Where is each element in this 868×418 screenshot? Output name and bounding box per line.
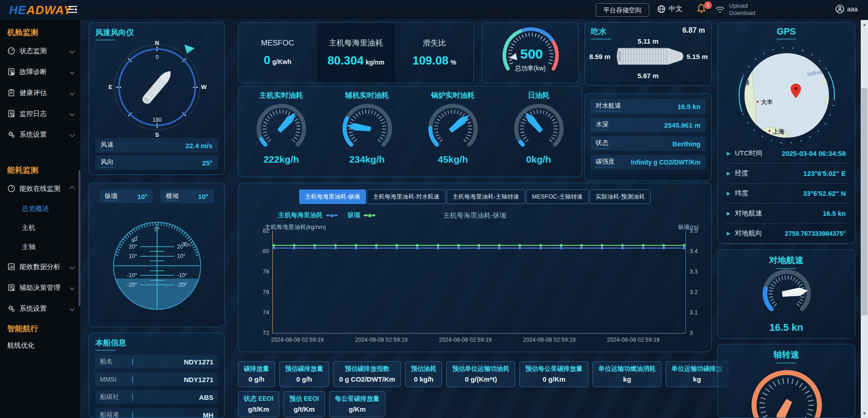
gear-icon: [7, 304, 15, 313]
chart-tab-3[interactable]: MESFOC-主轴转速: [526, 189, 589, 204]
chart-tab-4[interactable]: 实际油耗-预测油耗: [590, 189, 651, 204]
status-row: 状态Berthing: [590, 136, 706, 151]
compass-0-label: 0: [156, 54, 159, 60]
series-point: [518, 247, 521, 249]
sidebar-item-system-settings-2[interactable]: 系统设置: [0, 298, 80, 319]
map-place-label: 大丰: [761, 99, 773, 105]
sidebar-item-decision-support[interactable]: 辅助决策管理: [0, 277, 80, 298]
clipboard-icon: [7, 89, 15, 97]
sog-gauge-title: 对地航速: [769, 255, 804, 265]
triangle-bullet-icon: ▶: [727, 171, 730, 176]
upload-download[interactable]: UploadDownload: [715, 2, 755, 17]
y-tick-right: 3.5: [690, 227, 698, 234]
sidebar-item-route-optimization[interactable]: 航线优化: [0, 337, 80, 354]
series-point: [621, 244, 624, 247]
y-tick-left: 82: [254, 227, 269, 234]
series-point: [662, 247, 665, 249]
trim-scale-label: 20°: [177, 244, 185, 250]
chip-value: g/Km: [335, 405, 380, 413]
scroll-down-arrow[interactable]: ▼: [861, 410, 868, 417]
sidebar-item-label: 能效在线监测: [20, 184, 60, 193]
sidebar-subitem-main-engine[interactable]: 主机: [0, 218, 80, 237]
notification-bell[interactable]: 1: [697, 4, 706, 15]
sog-gauge-panel: 对地航速 16.5 kn: [717, 249, 855, 338]
series-point: [375, 244, 378, 247]
energy-gauge-icon: [7, 184, 15, 193]
trim-scale-label: -20°: [127, 282, 137, 288]
chip-value: 0 g/h: [244, 375, 269, 383]
draft-fore-value: 5.11 m: [585, 37, 711, 45]
chip-label: 预估单位运输功油耗: [452, 365, 509, 373]
gps-panel: GPS Yellow Sea 云港 大丰 上海 ▶ UTC时间2025-: [717, 22, 855, 244]
carbon-stat-chip: 状态 EEOIg/t/Km: [238, 391, 279, 417]
chip-label: 单位运输功碳排放: [671, 365, 722, 373]
map-place-label: 上海: [773, 128, 784, 135]
chip-label: 预估每公里碳排放量: [525, 365, 582, 373]
series-point: [498, 244, 501, 247]
scroll-up-arrow[interactable]: ▲: [861, 21, 868, 28]
shaft-gauge-dial: [746, 364, 828, 418]
page-scrollbar[interactable]: ▲ ▼: [861, 20, 868, 418]
mesfoc-stats-panel: MESFOC 0 g/Kwh 主机每海里油耗 80.304 kg/nm 滑失比 …: [238, 22, 474, 83]
series-point: [313, 247, 316, 249]
chart-tab-1[interactable]: 主机每海里油耗-对水航速: [367, 189, 445, 204]
sidebar-item-monitor-log[interactable]: 监控日志: [0, 103, 80, 124]
total-power-gauge-panel: 500 总功率(kw): [482, 22, 579, 83]
x-axis-line: [272, 333, 686, 333]
sidebar-item-energy-online-monitor[interactable]: 能效在线监测: [0, 178, 80, 199]
sidebar-scrollbar-thumb[interactable]: [79, 170, 80, 306]
platform-storage-button[interactable]: 平台存储空间: [596, 3, 649, 17]
y-axis-right-line: [686, 231, 686, 333]
series-point: [355, 247, 357, 249]
sidebar-subitem-overview[interactable]: 总览概述: [0, 199, 80, 218]
series-point: [478, 244, 480, 247]
sidebar-collapse-icon[interactable]: [68, 5, 78, 15]
draft-port-value: 8.59 m: [589, 53, 611, 60]
gauge-dial: [505, 100, 573, 157]
scrollbar-thumb[interactable]: [861, 88, 868, 315]
y-tick-right: 3: [690, 329, 693, 336]
speed-through-water-row: 对水航速16.5 kn: [590, 99, 706, 114]
series-point: [334, 247, 337, 249]
sidebar-item-energy-data-analysis[interactable]: 能效数据分析: [0, 256, 80, 277]
series-point: [457, 244, 460, 247]
y-tick-left: 78: [254, 268, 269, 275]
trim-scale-label: 10°: [129, 253, 137, 259]
chart-tab-2[interactable]: 主机每海里油耗-主轴转速: [447, 189, 525, 204]
chip-value: kg: [671, 375, 722, 383]
chart-tab-0[interactable]: 主机每海里油耗-纵顷: [299, 189, 366, 204]
gps-map[interactable]: Yellow Sea 云港 大丰 上海: [718, 40, 856, 144]
sidebar-item-fault-diagnosis[interactable]: 故障诊断: [0, 61, 80, 82]
series-point: [272, 247, 275, 249]
draft-panel: 吃水 6.87 m 5.11 m 8.59 m 5.15 m 5.67 m: [584, 22, 712, 86]
series-point: [293, 247, 296, 249]
trim-scale-label: 20°: [129, 244, 137, 250]
carbon-intensity-row: 碳强度Infinity g CO2/DWT/Km: [590, 155, 706, 169]
series-point: [395, 247, 398, 249]
total-power-label: 总功率(kw): [482, 65, 578, 73]
gps-panel-title: GPS: [718, 26, 855, 37]
language-switcher[interactable]: 中文: [657, 5, 682, 13]
sidebar-subitem-main-shaft[interactable]: 主轴: [0, 237, 80, 256]
chip-label: 预估碳排放指数: [339, 365, 395, 373]
sidebar-section-smart-navigation: 智能航行: [0, 319, 80, 337]
chip-value: 0 g/Km: [525, 375, 582, 383]
carbon-stats-area: 碳排放量0 g/h预估碳排放量0 g/h预估碳排放指数0 g CO2/DWT/K…: [238, 361, 715, 417]
me-fuel-per-nm-stat: 主机每海里油耗 80.304 kg/nm: [317, 23, 395, 83]
chip-label: 预估 EEOI: [289, 395, 319, 403]
boiler-fuel-gauge: 锅炉实时油耗 45kg/h: [410, 86, 496, 177]
sidebar-item-system-settings-1[interactable]: 系统设置: [0, 124, 80, 145]
triangle-bullet-icon: ▶: [727, 231, 730, 236]
sidebar-item-health-evaluation[interactable]: 健康评估: [0, 82, 80, 103]
y-tick-left: 80: [254, 248, 269, 254]
user-menu[interactable]: aaa: [835, 5, 858, 14]
carbon-stat-chip: 碳排放量0 g/h: [238, 361, 275, 387]
series-point: [580, 247, 583, 249]
shaft-speed-gauge-panel: 轴转速: [717, 344, 855, 418]
map-place-label: 云港: [738, 79, 750, 86]
log-search-icon: [7, 109, 15, 118]
sidebar-item-status-monitor[interactable]: 状态监测: [0, 40, 80, 61]
total-power-value: 500: [520, 46, 543, 62]
series-point: [437, 247, 439, 249]
compass-s-label: S: [155, 131, 159, 138]
